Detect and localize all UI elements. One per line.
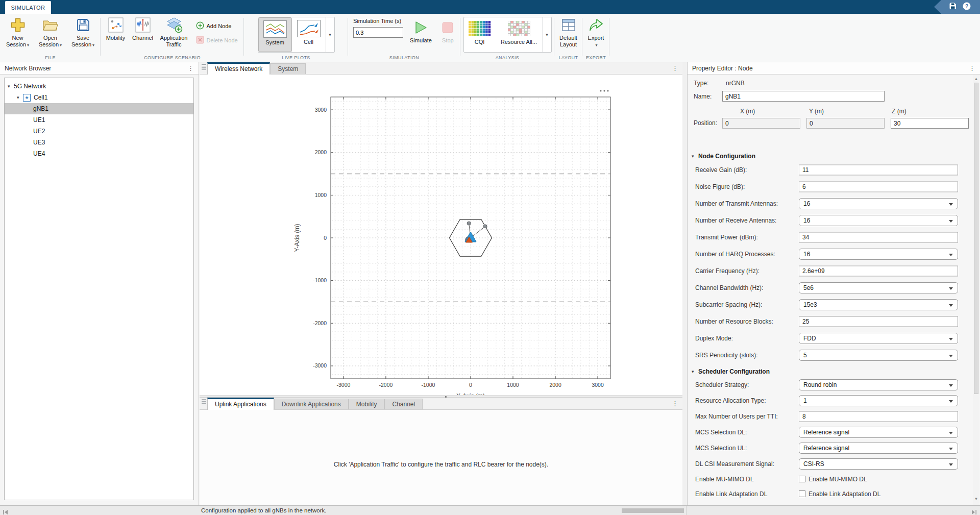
channel-button[interactable]: Channel: [130, 15, 156, 41]
open-session-button[interactable]: Open Session▾: [36, 15, 65, 48]
tab-simulator[interactable]: SIMULATOR: [5, 1, 51, 14]
system-plot-button[interactable]: System: [258, 17, 292, 52]
receive-gain-db-input[interactable]: 11: [799, 164, 958, 175]
tree-expand-icon[interactable]: ▾: [8, 84, 14, 89]
chevron-down-icon: [949, 254, 953, 256]
kebab-menu-icon[interactable]: ⋮: [672, 400, 678, 407]
cqi-button[interactable]: CQI: [464, 17, 496, 52]
number-of-transmit-antennas-dropdown[interactable]: 16: [799, 198, 958, 209]
noise-figure-db-input[interactable]: 6: [799, 181, 958, 192]
mobility-button[interactable]: Mobility: [102, 15, 130, 41]
scrollbar-thumb[interactable]: [974, 83, 978, 394]
position-y-input[interactable]: [806, 118, 885, 129]
number-of-harq-processes-dropdown[interactable]: 16: [799, 249, 958, 260]
kebab-menu-icon[interactable]: ⋮: [969, 65, 975, 71]
save-session-button[interactable]: Save Session▾: [68, 15, 98, 48]
resource-allocation-type-dropdown[interactable]: 1: [799, 395, 958, 406]
carrier-frequency-hz-input[interactable]: 2.6e+09: [799, 265, 958, 276]
export-button[interactable]: Export▾: [583, 15, 609, 48]
stop-button[interactable]: Stop: [438, 18, 457, 44]
position-z-input[interactable]: [891, 118, 969, 129]
collapse-left-icon[interactable]: [3, 508, 8, 515]
ribbon-group-layout: Default Layout LAYOUT: [554, 14, 582, 62]
mcs-selection-dl-dropdown[interactable]: Reference signal: [799, 427, 958, 438]
transmit-power-dbm-input[interactable]: 34: [799, 232, 958, 242]
resource-allocation-button[interactable]: Resource All...: [496, 17, 543, 52]
stop-label: Stop: [442, 37, 454, 43]
scroll-up-icon[interactable]: ▲: [973, 77, 979, 81]
cell-plot-button[interactable]: Cell: [292, 17, 326, 52]
srs-periodicity-slots-dropdown[interactable]: 5: [799, 350, 958, 361]
dl-csi-measurement-signal-dropdown[interactable]: CSI-RS: [799, 458, 958, 470]
scheduler-strategy-label: Scheduler Strategy:: [695, 381, 749, 388]
max-number-of-users-per-tti-input[interactable]: 8: [799, 411, 958, 422]
tree-item-cell1[interactable]: ▾★Cell1: [5, 92, 193, 103]
open-session-label: Open Session: [39, 35, 59, 47]
scrollbar-vertical[interactable]: ▲ ▼: [973, 75, 979, 505]
new-session-button[interactable]: New Session▾: [3, 15, 33, 48]
help-icon[interactable]: ?: [963, 2, 971, 12]
kebab-menu-icon[interactable]: ⋮: [187, 65, 194, 71]
simulation-time-input[interactable]: [353, 27, 403, 38]
tab-wireless-network[interactable]: Wireless Network: [207, 62, 270, 75]
tab-system[interactable]: System: [270, 63, 306, 74]
save-icon[interactable]: [949, 2, 957, 12]
number-of-resource-blocks-input[interactable]: 25: [799, 316, 958, 327]
tree-item-ue3[interactable]: UE3: [5, 137, 193, 148]
document-tab-bar: Wireless Network System ⋮: [200, 62, 682, 75]
dropdown-value: Reference signal: [803, 445, 849, 452]
wireless-network-plot[interactable]: -3000-2000-10000100020003000-3000-2000-1…: [200, 75, 682, 395]
tab-uplink-applications[interactable]: Uplink Applications: [207, 398, 274, 410]
add-node-button[interactable]: Add Node: [196, 21, 243, 31]
subcarrier-spacing-hz-dropdown[interactable]: 15e3: [799, 299, 958, 310]
tree-item-ue2[interactable]: UE2: [5, 126, 193, 137]
axes-toolbar-icon: [607, 90, 608, 91]
tree-item-5g-network[interactable]: ▾5G Network: [5, 81, 193, 92]
scheduler-strategy-dropdown[interactable]: Round robin: [799, 379, 958, 390]
duplex-mode-dropdown[interactable]: FDD: [799, 333, 958, 344]
analysis-gallery-dropdown[interactable]: ▾: [543, 17, 551, 52]
scroll-down-icon[interactable]: ▼: [973, 497, 979, 501]
tree-item-ue1[interactable]: UE1: [5, 114, 193, 126]
scrollbar-horizontal-thumb[interactable]: [622, 508, 684, 513]
status-divider: [686, 506, 687, 515]
drag-grip-icon[interactable]: [202, 399, 206, 406]
channel-bandwidth-hz-dropdown[interactable]: 5e6: [799, 282, 958, 293]
property-row: Resource Allocation Type:1: [688, 393, 973, 408]
kebab-menu-icon[interactable]: ⋮: [672, 65, 678, 71]
simulate-button[interactable]: Simulate: [407, 18, 434, 44]
section-collapse-icon[interactable]: ▾: [692, 154, 698, 159]
delete-node-label: Delete Node: [207, 37, 238, 43]
section-header-node-configuration[interactable]: ▾Node Configuration: [692, 151, 973, 161]
dropdown-value: Reference signal: [803, 429, 849, 436]
section-collapse-icon[interactable]: ▾: [692, 369, 698, 374]
name-input[interactable]: [722, 91, 885, 102]
live-plots-gallery-dropdown[interactable]: ▾: [326, 17, 334, 52]
new-session-icon: [10, 16, 26, 34]
number-of-receive-antennas-dropdown[interactable]: 16: [799, 215, 958, 226]
default-layout-button[interactable]: Default Layout: [555, 15, 582, 48]
tree-item-gnb1[interactable]: gNB1: [5, 103, 193, 114]
number-of-harq-processes-label: Number of HARQ Processes:: [695, 251, 775, 258]
enable-mu-mimo-dl-checkbox[interactable]: [799, 476, 805, 482]
tab-downlink-applications[interactable]: Downlink Applications: [274, 399, 349, 409]
application-traffic-button[interactable]: Application Traffic: [156, 15, 192, 48]
tab-channel[interactable]: Channel: [384, 399, 423, 409]
enable-mu-mimo-dl-label: Enable MU-MIMO DL: [695, 476, 754, 483]
collapse-right-icon[interactable]: [971, 508, 977, 515]
position-x-input[interactable]: [722, 118, 800, 129]
group-label-configure-scenario: CONFIGURE SCENARIO: [101, 55, 244, 60]
property-row: Enable Link Adaptation DLEnable Link Ada…: [688, 486, 973, 501]
tab-mobility[interactable]: Mobility: [349, 399, 385, 409]
mcs-selection-ul-dropdown[interactable]: Reference signal: [799, 443, 958, 454]
type-label: Type:: [694, 80, 726, 87]
srs-periodicity-slots-label: SRS Periodicity (slots):: [695, 352, 758, 359]
tree-item-ue4[interactable]: UE4: [5, 148, 193, 159]
group-label-simulation: SIMULATION: [348, 55, 460, 60]
tree-expand-icon[interactable]: ▾: [17, 95, 23, 100]
delete-node-button[interactable]: Delete Node: [196, 36, 243, 45]
drag-grip-icon[interactable]: [202, 64, 206, 70]
svg-text:2000: 2000: [315, 149, 327, 155]
section-header-scheduler-configuration[interactable]: ▾Scheduler Configuration: [692, 366, 973, 377]
enable-link-adaptation-dl-checkbox[interactable]: [799, 491, 805, 497]
